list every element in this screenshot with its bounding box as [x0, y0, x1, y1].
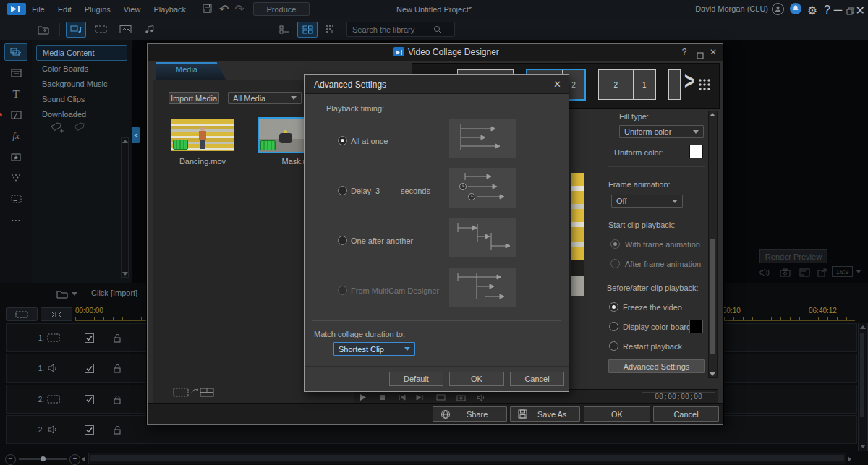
scroll-thumb[interactable]: [90, 455, 844, 461]
next-templates-icon[interactable]: >: [684, 67, 694, 95]
color-board-swatch[interactable]: [689, 320, 703, 333]
timeline-hscrollbar[interactable]: [88, 453, 846, 464]
track-enable-checkbox[interactable]: [85, 395, 94, 404]
remove-tag-icon[interactable]: [72, 121, 87, 137]
track-folder-icon[interactable]: [56, 289, 68, 302]
track-enable-checkbox[interactable]: [85, 364, 94, 373]
undock-icon[interactable]: [817, 267, 827, 280]
snapshot-icon[interactable]: [780, 267, 791, 280]
radio-restart-playback[interactable]: [609, 341, 618, 351]
sidebar-item-background-music[interactable]: Background Music: [36, 77, 127, 91]
stop-icon[interactable]: [379, 394, 386, 401]
hscroll-right-icon[interactable]: [848, 456, 851, 462]
collapse-panel-button[interactable]: <: [132, 127, 140, 143]
search-input[interactable]: [351, 25, 433, 35]
mute-icon[interactable]: [760, 267, 770, 280]
ai-style-room-icon[interactable]: [4, 169, 27, 187]
snap-to-clips-button[interactable]: [41, 307, 72, 321]
template-option-3[interactable]: 2 1: [598, 69, 656, 100]
zoom-in-button[interactable]: +: [69, 454, 80, 465]
snapshot-icon[interactable]: [456, 394, 466, 401]
notification-icon[interactable]: [790, 3, 801, 14]
uniform-color-swatch[interactable]: [689, 145, 703, 158]
media-room-icon[interactable]: [66, 22, 86, 38]
more-rooms-icon[interactable]: ⋯: [4, 211, 27, 229]
audio-room-icon[interactable]: [140, 22, 160, 38]
fill-type-dropdown[interactable]: Uniform color: [619, 125, 704, 138]
track-manager-button[interactable]: [6, 307, 38, 321]
radio-all-at-once[interactable]: [338, 136, 347, 145]
radio-one-after-another[interactable]: [338, 236, 347, 245]
media-thumbnail-mask[interactable]: [259, 119, 310, 152]
scroll-up-icon[interactable]: [122, 140, 128, 143]
zoom-slider-thumb[interactable]: [41, 456, 46, 461]
particle-room-icon[interactable]: [4, 148, 27, 166]
media-content-room-icon[interactable]: [4, 43, 27, 61]
track-lock-icon[interactable]: [113, 395, 122, 404]
close-icon[interactable]: ✕: [856, 4, 865, 17]
sidebar-item-color-boards[interactable]: Color Boards: [36, 61, 127, 76]
scroll-thumb[interactable]: [710, 239, 715, 354]
timeline-vscrollbar[interactable]: [858, 323, 868, 451]
grid-view-icon[interactable]: [297, 22, 318, 38]
title-room-icon[interactable]: T: [4, 85, 27, 103]
thumbnail-size-icon[interactable]: [320, 22, 341, 38]
video-room-icon[interactable]: [90, 22, 111, 38]
search-box[interactable]: [346, 22, 455, 37]
advanced-settings-button[interactable]: Advanced Settings: [608, 359, 705, 373]
match-duration-dropdown[interactable]: Shortest Clip: [333, 342, 415, 356]
previous-frame-icon[interactable]: [398, 394, 406, 401]
photo-room-icon[interactable]: [115, 22, 135, 38]
track-lock-icon[interactable]: [113, 425, 122, 435]
effect-room-icon[interactable]: fx: [4, 127, 27, 145]
sidebar-item-media-content[interactable]: Media Content: [36, 45, 127, 61]
sidebar-scrollbar[interactable]: [121, 137, 129, 278]
volume-icon[interactable]: [477, 394, 486, 401]
dialog-help-icon[interactable]: ?: [678, 47, 691, 57]
template-grid-icon[interactable]: [698, 78, 711, 94]
radio-from-multicam[interactable]: [338, 286, 347, 295]
transition-room-icon[interactable]: [4, 106, 27, 124]
scroll-down-icon[interactable]: [122, 272, 128, 276]
avatar[interactable]: [772, 3, 784, 15]
dialog-titlebar[interactable]: Advanced Settings ✕: [305, 75, 569, 94]
tab-media[interactable]: Media: [156, 62, 226, 80]
share-button[interactable]: Share: [433, 406, 507, 422]
zoom-out-button[interactable]: −: [5, 454, 16, 465]
produce-button[interactable]: Produce: [253, 2, 310, 16]
menu-file[interactable]: File: [32, 5, 45, 14]
ok-button[interactable]: OK: [584, 406, 650, 422]
menu-edit[interactable]: Edit: [58, 5, 72, 14]
scroll-down-icon[interactable]: [710, 372, 715, 376]
cancel-button[interactable]: Cancel: [653, 406, 719, 422]
scroll-up-icon[interactable]: [710, 113, 715, 116]
redo-icon[interactable]: ↷: [234, 2, 244, 16]
render-preview-button[interactable]: Render Preview: [760, 249, 827, 263]
radio-delay[interactable]: [338, 186, 347, 195]
menu-plugins[interactable]: Plugins: [85, 5, 111, 14]
scroll-thumb[interactable]: [860, 333, 864, 417]
import-media-icon[interactable]: [33, 22, 54, 38]
help-icon[interactable]: ?: [824, 4, 830, 17]
hscroll-left-icon[interactable]: [82, 456, 85, 462]
scroll-down-icon[interactable]: [860, 445, 866, 448]
media-thumbnail-dancing[interactable]: [171, 119, 234, 151]
track-enable-checkbox[interactable]: [85, 425, 94, 435]
radio-with-frame-animation[interactable]: [610, 239, 620, 249]
save-icon[interactable]: [203, 3, 212, 16]
preview-quality-icon[interactable]: [799, 267, 810, 280]
track-enable-checkbox[interactable]: [85, 333, 94, 343]
menu-playback[interactable]: Playback: [153, 5, 186, 14]
track-folder-dropdown-icon[interactable]: [72, 292, 77, 296]
ok-button[interactable]: OK: [449, 372, 504, 386]
gear-icon[interactable]: ⚙: [807, 4, 817, 17]
play-icon[interactable]: [359, 393, 367, 401]
aspect-ratio-selector[interactable]: 16:9: [832, 266, 853, 277]
scroll-up-icon[interactable]: [860, 325, 866, 329]
import-media-button[interactable]: Import Media: [169, 92, 219, 104]
loop-icon[interactable]: [436, 394, 446, 401]
settings-scrollbar[interactable]: [708, 111, 718, 378]
track-lock-icon[interactable]: [113, 364, 122, 373]
cancel-button[interactable]: Cancel: [510, 372, 564, 386]
list-view-icon[interactable]: [274, 22, 294, 38]
